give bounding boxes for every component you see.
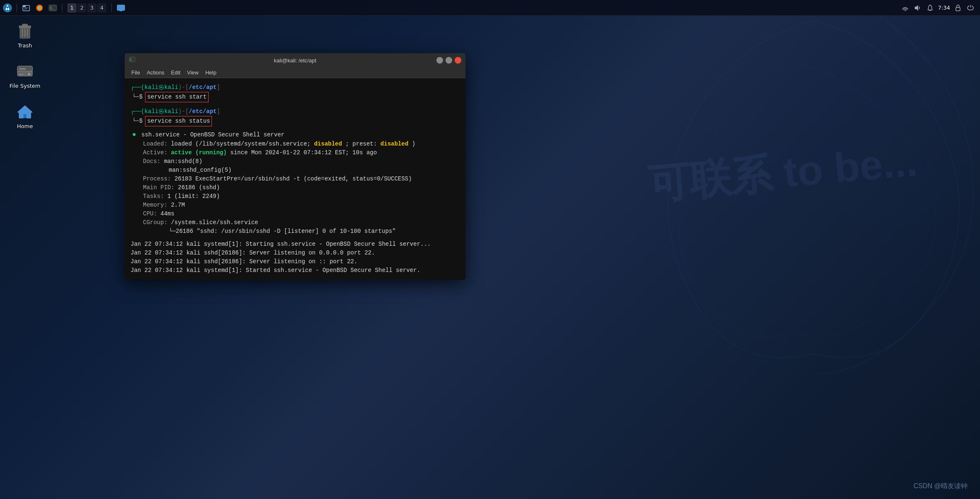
svg-rect-29 <box>19 74 23 75</box>
command-1: service ssh start <box>145 92 209 102</box>
mainpid-val: 26186 (sshd) <box>178 184 220 191</box>
taskbar-terminal-icon[interactable]: $_ <box>47 2 59 14</box>
terminal-window: $ kali@kali: /etc/apt File Actions Edit … <box>125 53 465 280</box>
prompt-bracket-2: )-[ <box>178 107 189 116</box>
kali-menu-icon[interactable] <box>2 2 13 14</box>
terminal-body[interactable]: ┌──(kali㉿kali)-[/etc/apt] └─$ service ss… <box>125 78 465 280</box>
network-icon[interactable] <box>901 3 910 12</box>
trash-icon-item[interactable]: Trash <box>8 21 42 49</box>
taskbar-firefox-icon[interactable] <box>34 2 45 14</box>
terminal-maximize-button[interactable] <box>446 57 452 64</box>
svg-point-9 <box>38 7 41 9</box>
memory-val: 2.7M <box>171 202 185 208</box>
separator-3 <box>111 4 112 12</box>
svg-point-27 <box>29 74 30 75</box>
prompt-user-1: ┌──(kali <box>131 83 158 92</box>
terminal-controls <box>436 57 461 64</box>
output-active: Active: active (running) since Mon 2024-… <box>143 148 460 157</box>
cpu-val: 44ms <box>160 210 175 217</box>
cgroup-label: CGroup: <box>143 219 171 226</box>
command-line-1: └─$ service ssh start <box>131 92 460 102</box>
volume-icon[interactable] <box>913 3 922 12</box>
terminal-menu-edit[interactable]: Edit <box>168 68 184 77</box>
docs-label: Docs: <box>143 158 164 165</box>
terminal-close-button[interactable] <box>455 57 461 64</box>
output-logs: Jan 22 07:34:12 kali systemd[1]: Startin… <box>131 240 460 275</box>
workspace-4[interactable]: 4 <box>97 3 106 12</box>
terminal-minimize-button[interactable] <box>436 57 443 64</box>
svg-point-14 <box>904 10 906 11</box>
notifications-icon[interactable] <box>926 3 935 12</box>
clock: 7:34 <box>938 5 950 11</box>
command-line-2: └─$ service ssh status <box>131 116 460 126</box>
loaded-label: Loaded: <box>143 141 171 147</box>
log-line-1: Jan 22 07:34:12 kali systemd[1]: Startin… <box>131 240 460 249</box>
log-line-2: Jan 22 07:34:12 kali sshd[26186]: Server… <box>131 249 460 257</box>
tasks-val: 1 (limit: 2249) <box>167 193 220 200</box>
docs-val2: man:sshd_config(5) <box>169 167 231 173</box>
active-label: Active: <box>143 149 171 156</box>
prompt-line-2: ┌──(kali㉿kali)-[/etc/apt] <box>131 107 460 116</box>
taskbar-files-icon[interactable] <box>20 2 32 14</box>
cgroup-sub: └─26186 "sshd: /usr/sbin/sshd -D [listen… <box>169 228 396 235</box>
svg-rect-20 <box>22 24 27 26</box>
home-label: Home <box>17 123 33 129</box>
prompt-user-2: ┌──(kali <box>131 107 158 116</box>
output-cgroup-sub: └─26186 "sshd: /usr/sbin/sshd -D [listen… <box>169 227 460 236</box>
svg-marker-15 <box>915 5 918 11</box>
terminal-menubar: File Actions Edit View Help <box>125 67 465 78</box>
terminal-titlebar: $ kali@kali: /etc/apt <box>125 53 465 67</box>
workspace-switcher: 1 2 3 4 <box>67 3 106 12</box>
loaded-value: loaded (/lib/systemd/system/ssh.service; <box>171 141 314 147</box>
home-icon-item[interactable]: Home <box>8 101 42 129</box>
svg-rect-12 <box>117 5 125 10</box>
loaded-close: ) <box>412 141 415 147</box>
cgroup-val: /system.slice/ssh.service <box>171 219 258 226</box>
prompt-at-2: ㉿ <box>158 107 164 116</box>
output-docs2: man:sshd_config(5) <box>143 166 460 175</box>
filesystem-label: File System <box>10 83 40 89</box>
process-val: 26183 ExecStartPre=/usr/sbin/sshd -t (co… <box>175 175 412 182</box>
svg-point-1 <box>876 166 980 333</box>
terminal-menu-view[interactable]: View <box>184 68 202 77</box>
service-name: ssh.service - OpenBSD Secure Shell serve… <box>141 131 284 138</box>
prompt-dir-2: /etc/apt <box>189 107 217 116</box>
loaded-preset: ; preset: <box>345 141 380 147</box>
terminal-title: kali@kali: /etc/apt <box>274 57 316 64</box>
terminal-menu-file[interactable]: File <box>128 68 143 77</box>
lock-icon[interactable] <box>953 3 963 12</box>
output-cgroup: CGroup: /system.slice/ssh.service <box>143 218 460 227</box>
filesystem-icon-item[interactable]: File System <box>8 61 42 89</box>
svg-rect-4 <box>23 5 26 7</box>
dollar-1: └─$ <box>132 93 143 101</box>
workspace-1[interactable]: 1 <box>67 3 76 12</box>
separator-2 <box>62 4 62 12</box>
desktop-icons: Trash File System Home <box>8 21 42 129</box>
terminal-menu-actions[interactable]: Actions <box>143 68 168 77</box>
output-memory: Memory: 2.7M <box>143 201 460 210</box>
prompt-at-1: ㉿ <box>158 83 164 92</box>
workspace-2[interactable]: 2 <box>77 3 86 12</box>
svg-text:$: $ <box>130 58 132 62</box>
bg-watermark: 可联系 to be... <box>645 134 919 213</box>
home-icon-img <box>15 101 35 121</box>
workspace-3[interactable]: 3 <box>87 3 96 12</box>
log-line-3: Jan 22 07:34:12 kali sshd[26186]: Server… <box>131 257 460 266</box>
prompt-dir-1: /etc/apt <box>189 83 217 92</box>
separator-1 <box>17 4 17 12</box>
prompt-host-2: kali <box>164 107 178 116</box>
terminal-menu-help[interactable]: Help <box>202 68 220 77</box>
dollar-2: └─$ <box>132 117 143 126</box>
active-since: since Mon 2024-01-22 07:34:12 EST; 10s a… <box>230 149 377 156</box>
cpu-label: CPU: <box>143 210 160 217</box>
terminal-window-icon: $ <box>129 56 135 65</box>
prompt-bracket-close-1: ] <box>217 83 220 92</box>
memory-label: Memory: <box>143 202 171 208</box>
prompt-bracket-1: )-[ <box>178 83 189 92</box>
power-icon[interactable] <box>966 3 975 12</box>
process-label: Process: <box>143 175 175 182</box>
taskbar: $_ 1 2 3 4 <box>0 0 980 16</box>
filesystem-icon-img <box>15 61 35 81</box>
taskbar-desktop-icon[interactable] <box>115 2 127 14</box>
trash-icon-img <box>15 21 35 41</box>
